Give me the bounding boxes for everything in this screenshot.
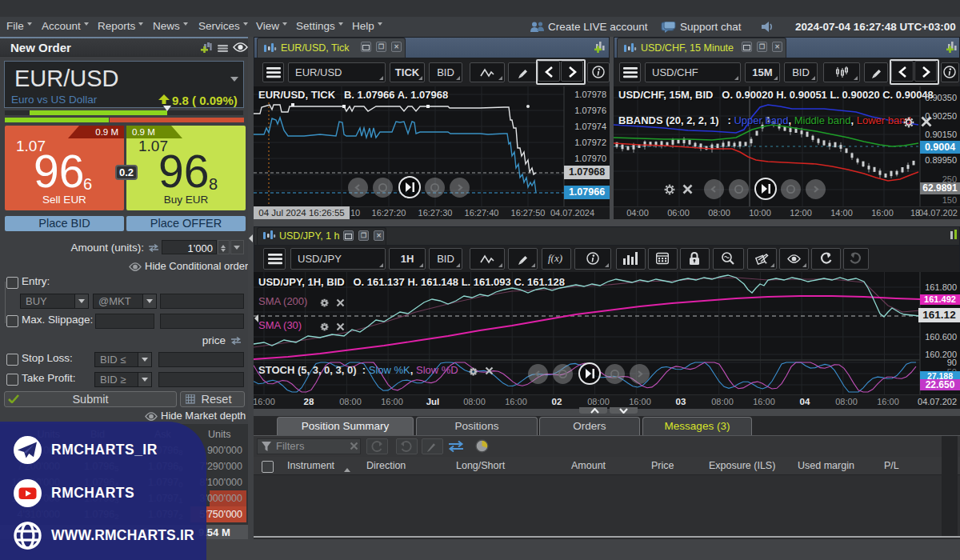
svg-text:f(x): f(x) [548, 252, 562, 264]
